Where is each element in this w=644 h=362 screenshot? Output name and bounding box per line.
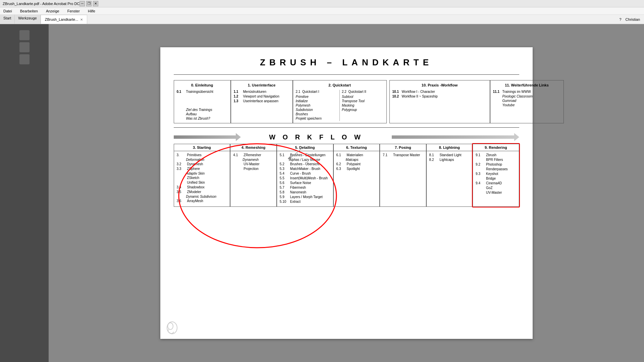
wf-box-lightning: 8. Lightning 8.1 Standard Light 8.2 Ligh… (426, 144, 473, 207)
qs-brushes: Brushes (296, 112, 338, 116)
menu-hilfe[interactable]: Hilfe (86, 8, 97, 14)
wf-item-zmodeler: 3.5 ZModeler (177, 190, 227, 194)
wf-item-goz: GoZ (476, 186, 516, 190)
section-11-header: 11. Weiterführende Links (493, 82, 561, 88)
section-10: 10. Praxis -Workflow 10.1 Workflow I - C… (389, 80, 490, 123)
wf-item-insert-mesh: 5.5 Insert(Multi)Mesh - Brush (280, 176, 330, 180)
quickstart-inner: 2.1 Quickstart I Primitive Initialize Po… (296, 90, 384, 121)
top-right-group: 10. Praxis -Workflow 10.1 Workflow I - C… (389, 80, 564, 123)
qs-left-header: 2.1 Quickstart I (296, 90, 338, 94)
wf-matcaps: Matcaps (346, 158, 377, 162)
wf-item-materialien: 6.1 Materialien (336, 153, 377, 157)
wf-item-dynamesh: 3.2 Dynamesh (177, 162, 227, 166)
section-1-item-3: 1.3 Userinterface anpassen (234, 99, 290, 103)
wf-box-remeshing-content: 4.1 ZRemesher Dynamesh UV-Master Project… (230, 151, 276, 174)
wf-item-brushes-einst: 5.1 Brushes - Einstellungen (280, 153, 330, 157)
wf-box-starting-header: 3. Starting (174, 144, 230, 151)
wf-item-layers: 5.9 Layers / Morph Target (280, 195, 330, 199)
wf-box-detailing: 5. Detailing 5.1 Brushes - Einstellungen… (277, 144, 333, 207)
wf-item-primitives: 3. Primitives (177, 153, 227, 157)
page-title: ZBRUSH – LANDKARTE (174, 57, 519, 68)
wf-item-uv-master-render: UV-Master (476, 191, 516, 194)
qs-subtool: Subtool (342, 95, 384, 99)
wf-item-polypaint: 6.2 Polypaint (336, 162, 377, 166)
qs-initialize: Initialize (296, 99, 338, 103)
top-left-group: 0. Einleitung 0.1 Trainingsübersicht Zie… (174, 80, 387, 123)
wf-item-zremesher: 4.1 ZRemesher (233, 153, 273, 157)
section-0-aufbau: Aufbau (186, 112, 228, 116)
nav-start[interactable]: Start (0, 15, 15, 24)
section-11-item-1: 11.1 Trainings im WWW (493, 90, 561, 94)
tab-zbrush[interactable]: ZBrush_Landkarte... ✕ (41, 15, 88, 24)
restore-button[interactable]: ❐ (86, 1, 92, 6)
quickstart-right: 2.2 Quickstart II Subtool Transpose Tool… (340, 90, 384, 121)
user-label: Christian (626, 17, 640, 21)
tab-bar: Start Werkzeuge ZBrush_Landkarte... ✕ ? … (0, 15, 644, 24)
wf-box-rendering-content: 9.1 Zbrush BPR Filters 9.2 Photoshop (473, 151, 519, 197)
section-0: 0. Einleitung 0.1 Trainingsübersicht Zie… (174, 80, 231, 123)
wf-box-rendering: 9. Rendering 9.1 Zbrush BPR Filters (473, 144, 519, 207)
tab-label: ZBrush_Landkarte... (45, 17, 78, 21)
menu-fenster[interactable]: Fenster (65, 8, 82, 14)
wf-box-posing: 7. Posing 7.1 Transpose Master (380, 144, 426, 207)
section-0-item-1: 0.1 Trainingsübersicht (177, 90, 228, 94)
menu-bar: Datei Bearbeiten Anzeige Fenster Hilfe (0, 7, 644, 15)
sidebar-tool-1[interactable] (19, 30, 30, 40)
wf-box-texturing-header: 6. Texturing (334, 144, 379, 151)
wf-item-surface-noise: 5.6 Surface Noise (280, 181, 330, 185)
sidebar-tool-3[interactable] (19, 54, 30, 64)
wf-box-remeshing-header: 4. Remeshing (230, 144, 276, 151)
wf-item-cinema4d: 9.4 Cinema4D (476, 181, 516, 185)
wf-item-extract: 5.10 Extract (280, 200, 330, 203)
section-2: 2. Quickstart 2.1 Quickstart I Primitive… (293, 80, 387, 123)
svg-marker-1 (392, 133, 519, 141)
wf-item-bridge: Bridge (476, 177, 516, 180)
section-10-item-1: 10.1 Workflow I - Character (392, 90, 487, 94)
section-1-item-1: 1.1 Menüstrukturen (234, 90, 290, 94)
wf-box-lightning-header: 8. Lightning (427, 144, 472, 151)
document-area: ZBRUSH – LANDKARTE 0. Einleitung 0.1 Tra… (49, 24, 644, 362)
wf-item-zsphere: 3.3 ZSphere (177, 167, 227, 171)
help-button[interactable]: ? (619, 17, 621, 21)
menu-anzeige[interactable]: Anzeige (44, 8, 61, 14)
window-controls[interactable]: ─ ❐ ✕ (79, 1, 98, 6)
svg-marker-0 (174, 133, 241, 141)
workflow-label: W O R K F L O W (241, 133, 392, 141)
wf-item-curve-brush: 5.4 Curve - Brush (280, 172, 330, 175)
svg-point-7 (168, 323, 173, 329)
wf-item-renderpasses: Renderpasses (476, 167, 516, 171)
qs-masking: Masking (342, 104, 384, 107)
qs-transpose: Transpose Tool (342, 99, 384, 103)
wf-item-keyshot: 9.3 Keyshot (476, 172, 516, 176)
workflow-section: W O R K F L O W (174, 133, 519, 207)
section-10-item-2: 10.2 Workflow II ~ Spaceship (392, 95, 487, 98)
wf-item-lightcaps: 8.2 Lightcaps (429, 158, 470, 162)
menu-datei[interactable]: Datei (1, 8, 14, 14)
workflow-title-row: W O R K F L O W (174, 133, 519, 141)
left-sidebar (0, 24, 49, 362)
title-bar-text: ZBrush_Landkarte.pdf - Adobe Acrobat Pro… (3, 2, 79, 6)
section-11-youtube: Youtube (502, 103, 561, 107)
tab-close-button[interactable]: ✕ (80, 18, 83, 21)
wf-item-photoshop: 9.2 Photoshop (476, 163, 516, 166)
qs-projekt: Projekt speichern (296, 117, 338, 120)
wf-item-matchmaker: 5.3 MatchMaker - Brush (280, 167, 330, 171)
workflow-arrow-left (174, 133, 241, 141)
sidebar-tool-2[interactable] (19, 42, 30, 52)
qs-polygroup: Polygroup (342, 108, 384, 112)
section-11-gumroad: Gumroad (502, 99, 561, 103)
wf-item-projection: Projection (233, 167, 273, 171)
top-sections: 0. Einleitung 0.1 Trainingsübersicht Zie… (174, 80, 519, 123)
wf-item-nanomesh: 5.8 Nanomesh (280, 190, 330, 194)
minimize-button[interactable]: ─ (79, 1, 85, 6)
main-content: ZBRUSH – LANDKARTE 0. Einleitung 0.1 Tra… (0, 24, 644, 362)
close-button[interactable]: ✕ (93, 1, 98, 6)
wf-box-texturing: 6. Texturing 6.1 Materialien Matcaps 6.2… (333, 144, 380, 207)
qs-subdivision: Subdivision (296, 108, 338, 112)
wf-item-bpr-filters: BPR Filters (476, 158, 516, 162)
section-0-was: Was ist Zbrush? (186, 117, 228, 120)
wf-box-lightning-content: 8.1 Standard Light 8.2 Lightcaps (427, 151, 472, 165)
menu-bearbeiten[interactable]: Bearbeiten (18, 8, 40, 14)
workflow-boxes: 3. Starting 3. Primitives Deformation 3.… (174, 144, 519, 207)
nav-werkzeuge[interactable]: Werkzeuge (15, 15, 40, 24)
